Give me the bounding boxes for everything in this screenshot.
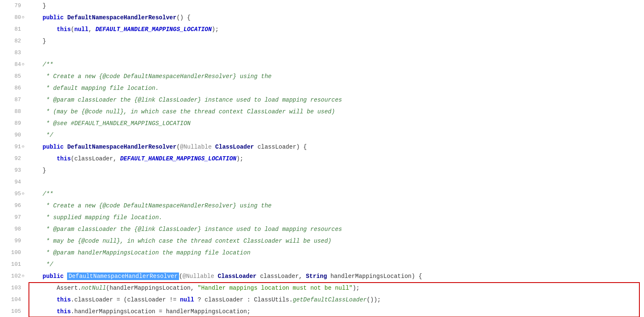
code-line: 99 * may be {@code null}, in which case … [0, 235, 644, 247]
line-content: this(classLoader, DEFAULT_HANDLER_MAPPIN… [25, 153, 644, 165]
line-content: this.classLoader = (classLoader != null … [25, 294, 644, 306]
line-number: 82 [0, 35, 25, 47]
line-content: * Create a new {@code DefaultNamespaceHa… [25, 71, 644, 82]
code-line: 84⊖ /** [0, 59, 644, 71]
code-line: 80⊖ public DefaultNamespaceHandlerResolv… [0, 12, 644, 24]
line-number: 100 [0, 247, 25, 259]
line-content: public DefaultNamespaceHandlerResolver(@… [25, 141, 644, 153]
code-line: 85 * Create a new {@code DefaultNamespac… [0, 71, 644, 82]
code-line: 90 */ [0, 129, 644, 141]
line-content: * may be {@code null}, in which case the… [25, 235, 644, 247]
line-content: */ [25, 129, 644, 141]
code-line: 92 this(classLoader, DEFAULT_HANDLER_MAP… [0, 153, 644, 165]
line-number: 88 [0, 106, 25, 118]
line-number: 89 [0, 118, 25, 129]
line-number: 95⊖ [0, 188, 25, 200]
code-line: 93 } [0, 165, 644, 176]
code-line: 81 this(null, DEFAULT_HANDLER_MAPPINGS_L… [0, 24, 644, 35]
code-line: 87 * @param classLoader the {@link Class… [0, 94, 644, 106]
code-line: 96 * Create a new {@code DefaultNamespac… [0, 200, 644, 212]
line-number: 104 [0, 294, 25, 306]
line-number: 84⊖ [0, 59, 25, 71]
line-number: 102⊖ [0, 270, 25, 282]
code-line: 91⊖ public DefaultNamespaceHandlerResolv… [0, 141, 644, 153]
code-line: 102⊖ public DefaultNamespaceHandlerResol… [0, 270, 644, 282]
code-line: 95⊖ /** [0, 188, 644, 200]
line-content: * Create a new {@code DefaultNamespaceHa… [25, 200, 644, 212]
line-number: 80⊖ [0, 12, 25, 24]
line-number: 79 [0, 0, 25, 12]
line-number: 92 [0, 153, 25, 165]
line-content: * (may be {@code null}, in which case th… [25, 106, 644, 118]
code-line: 83 [0, 47, 644, 59]
line-content: } [25, 35, 644, 47]
line-number: 105 [0, 306, 25, 317]
line-number: 86 [0, 82, 25, 94]
code-line: 94 [0, 176, 644, 188]
code-line: 103 Assert.notNull(handlerMappingsLocati… [0, 282, 644, 294]
code-line: 100 * @param handlerMappingsLocation the… [0, 247, 644, 259]
line-number: 87 [0, 94, 25, 106]
line-number: 91⊖ [0, 141, 25, 153]
code-line: 79 } [0, 0, 644, 12]
line-content: public DefaultNamespaceHandlerResolver()… [25, 12, 644, 24]
line-content: * default mapping file location. [25, 82, 644, 94]
code-line: 98 * @param classLoader the {@link Class… [0, 223, 644, 235]
code-line: 101 */ [0, 259, 644, 270]
line-content: * @param classLoader the {@link ClassLoa… [25, 94, 644, 106]
line-content: * @see #DEFAULT_HANDLER_MAPPINGS_LOCATIO… [25, 118, 644, 129]
code-line: 86 * default mapping file location. [0, 82, 644, 94]
line-content: * @param classLoader the {@link ClassLoa… [25, 223, 644, 235]
line-content: } [25, 0, 644, 12]
line-number: 101 [0, 259, 25, 270]
line-number: 98 [0, 223, 25, 235]
code-line: 104 this.classLoader = (classLoader != n… [0, 294, 644, 306]
line-number: 81 [0, 24, 25, 35]
code-line: 88 * (may be {@code null}, in which case… [0, 106, 644, 118]
line-content: public DefaultNamespaceHandlerResolver(@… [25, 270, 644, 282]
line-number: 93 [0, 165, 25, 176]
line-number: 90 [0, 129, 25, 141]
line-content: * supplied mapping file location. [25, 212, 644, 223]
code-editor: 79 }80⊖ public DefaultNamespaceHandlerRe… [0, 0, 644, 317]
line-content: } [25, 165, 644, 176]
line-content: /** [25, 59, 644, 71]
line-number: 99 [0, 235, 25, 247]
code-line: 105 this.handlerMappingsLocation = handl… [0, 306, 644, 317]
line-number: 85 [0, 71, 25, 82]
line-number: 83 [0, 47, 25, 59]
line-content: /** [25, 188, 644, 200]
line-number: 96 [0, 200, 25, 212]
line-number: 97 [0, 212, 25, 223]
line-content: */ [25, 259, 644, 270]
line-content: this(null, DEFAULT_HANDLER_MAPPINGS_LOCA… [25, 24, 644, 35]
code-line: 97 * supplied mapping file location. [0, 212, 644, 223]
line-content: * @param handlerMappingsLocation the map… [25, 247, 644, 259]
line-number: 94 [0, 176, 25, 188]
line-content: this.handlerMappingsLocation = handlerMa… [25, 306, 644, 317]
line-number: 103 [0, 282, 25, 294]
line-content: Assert.notNull(handlerMappingsLocation, … [25, 282, 644, 294]
code-line: 82 } [0, 35, 644, 47]
code-line: 89 * @see #DEFAULT_HANDLER_MAPPINGS_LOCA… [0, 118, 644, 129]
